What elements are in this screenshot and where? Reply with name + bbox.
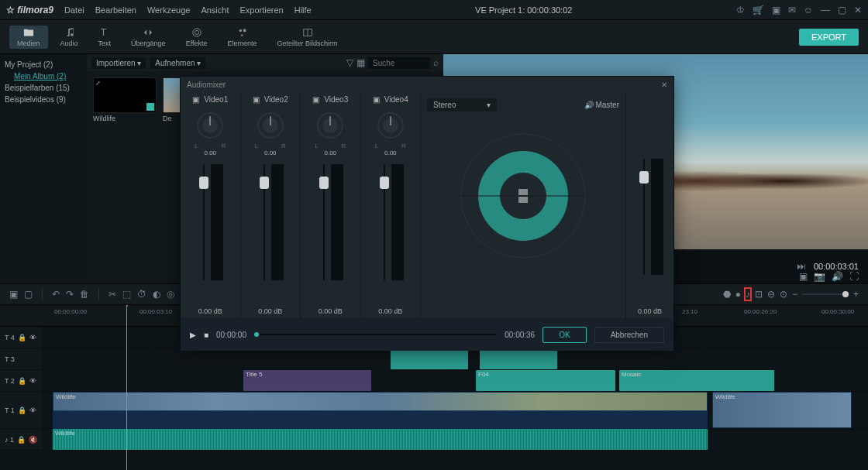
- zoom-slider[interactable]: [802, 293, 849, 295]
- menu-tools[interactable]: Werkzeuge: [147, 5, 190, 15]
- close-icon[interactable]: ✕: [854, 5, 862, 15]
- feedback-icon[interactable]: ☺: [804, 5, 813, 15]
- lock-icon[interactable]: 🔒: [17, 436, 26, 444]
- pan-knob[interactable]: [315, 110, 346, 141]
- tab-effects[interactable]: Effekte: [178, 26, 215, 49]
- surround-control[interactable]: [457, 130, 589, 262]
- stereo-dropdown[interactable]: Stereo▾: [427, 98, 497, 111]
- search-input[interactable]: [368, 57, 430, 69]
- tab-transitions[interactable]: Übergänge: [123, 26, 174, 49]
- grid-view-icon[interactable]: ▦: [356, 57, 365, 68]
- volume-fader[interactable]: [203, 164, 205, 280]
- clip-wildlife-audio[interactable]: Wildlife: [53, 429, 708, 450]
- marker-icon[interactable]: ⬣: [723, 289, 731, 300]
- folder-icon[interactable]: ▢: [24, 289, 33, 300]
- volume-fader[interactable]: [323, 164, 325, 280]
- undo-icon[interactable]: ↶: [52, 289, 60, 300]
- tab-text[interactable]: T Text: [91, 26, 119, 49]
- svg-point-2: [192, 28, 201, 36]
- pan-knob[interactable]: [195, 110, 226, 141]
- clip-mosaic[interactable]: Mosaic: [619, 370, 774, 391]
- record-dropdown[interactable]: Aufnehmen ▾: [150, 57, 205, 69]
- user-icon[interactable]: ♔: [736, 5, 745, 15]
- menu-edit[interactable]: Bearbeiten: [95, 5, 136, 15]
- camera-icon[interactable]: 📷: [814, 271, 825, 282]
- clip-f04[interactable]: F04: [476, 370, 615, 391]
- close-icon[interactable]: ✕: [661, 81, 667, 89]
- pan-knob[interactable]: [375, 110, 406, 141]
- pan-knob[interactable]: [255, 110, 286, 141]
- track-t3: T 3: [0, 348, 868, 370]
- tab-media[interactable]: Medien: [9, 26, 48, 49]
- delete-icon[interactable]: 🗑: [80, 289, 89, 300]
- playhead[interactable]: [126, 305, 127, 470]
- sidebar-item-videos[interactable]: Beispielvideos (9): [5, 94, 82, 105]
- redo-icon[interactable]: ↷: [66, 289, 74, 300]
- ok-button[interactable]: OK: [542, 327, 586, 343]
- clip-audio-envelope[interactable]: [53, 410, 708, 429]
- zoom-minus-icon[interactable]: −: [792, 289, 797, 300]
- sidebar-project[interactable]: My Project (2): [5, 59, 82, 70]
- mute-icon[interactable]: 🔇: [29, 436, 37, 444]
- app-logo: ☆ filmora9: [6, 5, 53, 15]
- clip-title5[interactable]: Title 5: [243, 370, 371, 391]
- settings-icon[interactable]: ✉: [788, 5, 796, 15]
- menu-export[interactable]: Exportieren: [239, 5, 283, 15]
- volume-fader[interactable]: [264, 164, 265, 280]
- speed-icon[interactable]: ⏱: [137, 289, 146, 300]
- splitscreen-icon: [302, 27, 313, 38]
- split-icon[interactable]: ✂: [108, 289, 116, 300]
- import-dropdown[interactable]: Importieren ▾: [91, 57, 146, 69]
- stop-icon[interactable]: ■: [204, 331, 208, 339]
- effects-icon: [191, 27, 202, 38]
- channel-icon: ▣: [312, 95, 319, 104]
- minimize-icon[interactable]: —: [821, 5, 830, 15]
- tab-elements[interactable]: Elemente: [219, 26, 264, 49]
- progress-bar[interactable]: [254, 334, 497, 335]
- lock-icon[interactable]: 🔒: [18, 334, 26, 341]
- folder-icon: [23, 27, 34, 38]
- maximize-icon[interactable]: ▢: [838, 5, 846, 15]
- rec-icon[interactable]: ●: [735, 289, 741, 300]
- eye-icon[interactable]: 👁: [29, 334, 36, 341]
- export-button[interactable]: EXPORT: [799, 29, 859, 46]
- current-time: 00:00:00: [216, 331, 246, 339]
- titlebar: ☆ filmora9 Datei Bearbeiten Werkzeuge An…: [0, 0, 868, 20]
- search-icon[interactable]: ⌕: [433, 57, 439, 68]
- eye-icon[interactable]: 👁: [29, 377, 36, 385]
- color-icon[interactable]: ◐: [153, 289, 160, 300]
- lock-icon[interactable]: 🔒: [18, 377, 26, 385]
- zoom-out-icon[interactable]: ⊖: [767, 289, 775, 300]
- tab-audio[interactable]: Audio: [53, 26, 86, 49]
- volume-icon[interactable]: 🔊: [832, 271, 843, 282]
- cancel-button[interactable]: Abbrechen: [594, 327, 664, 343]
- add-folder-icon[interactable]: ▣: [9, 289, 18, 300]
- eye-icon[interactable]: 👁: [29, 407, 36, 414]
- fullscreen-icon[interactable]: ⛶: [849, 271, 859, 282]
- crop-icon[interactable]: ⬚: [122, 289, 131, 300]
- clip[interactable]: [391, 348, 468, 369]
- sidebar-album[interactable]: Mein Album (2): [5, 70, 82, 82]
- tab-splitscreen[interactable]: Geteilter Bildschirm: [270, 26, 346, 49]
- audiomixer-icon[interactable]: ♪: [746, 289, 750, 300]
- greenscreen-icon[interactable]: ◎: [167, 289, 174, 300]
- clip[interactable]: [480, 348, 557, 369]
- cart-icon[interactable]: 🛒: [753, 5, 764, 15]
- play-icon[interactable]: ▶: [190, 331, 196, 339]
- zoom-target-icon[interactable]: ⊙: [780, 289, 787, 300]
- message-icon[interactable]: ▣: [772, 5, 780, 15]
- volume-fader[interactable]: [384, 164, 385, 280]
- filter-icon[interactable]: ▽: [346, 57, 353, 68]
- master-fader[interactable]: [643, 159, 645, 275]
- menu-help[interactable]: Hilfe: [294, 5, 312, 15]
- next-frame-icon[interactable]: ⏭: [797, 261, 806, 272]
- snapshot-icon[interactable]: ▣: [799, 271, 808, 282]
- menu-file[interactable]: Datei: [64, 5, 84, 15]
- zoom-plus-icon[interactable]: +: [853, 289, 859, 300]
- media-thumb[interactable]: ⤢ Wildlife: [93, 77, 157, 122]
- lock-icon[interactable]: 🔒: [18, 407, 26, 414]
- sidebar-item-colors[interactable]: Beispielfarben (15): [5, 82, 82, 94]
- fit-icon[interactable]: ⊡: [755, 289, 763, 300]
- clip-wildlife-video-2[interactable]: Wildlife: [712, 392, 852, 428]
- menu-view[interactable]: Ansicht: [201, 5, 229, 15]
